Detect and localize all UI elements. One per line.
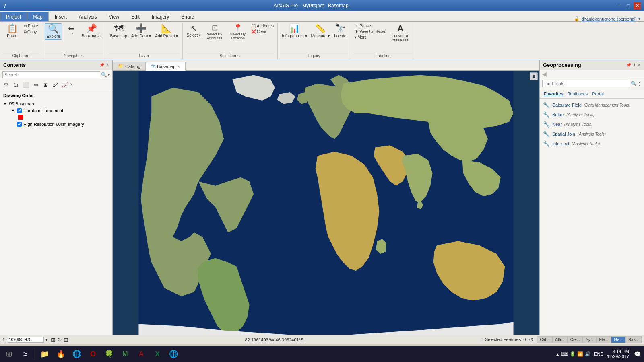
navigate-expand-icon[interactable]: ↘ [81,54,84,58]
app7-button[interactable]: A [134,347,149,361]
convert-annotation-button[interactable]: A Convert ToAnnotation [388,23,413,43]
geo-back-button[interactable]: ◀ [542,71,547,77]
tab-view[interactable]: View [103,12,125,21]
tab-map[interactable]: Map [27,12,48,21]
basemap-expand-icon[interactable]: ▼ [3,102,7,106]
tab-imagery[interactable]: Imagery [146,12,175,21]
minimize-button[interactable]: ─ [616,2,623,9]
select-button[interactable]: ↖ Select ▾ [185,23,203,38]
taskbar-keyboard-icon[interactable]: ⌨ [561,351,568,357]
help-button[interactable]: ? [3,3,6,9]
geo-search-icon[interactable]: 🔍 [631,81,637,86]
harutomi-checkbox[interactable] [17,108,22,113]
contents-search-input[interactable] [2,71,100,78]
panel-tab-create[interactable]: Cre... [568,336,583,343]
feature-layer-icon[interactable]: ⬜ [21,81,31,89]
map-canvas[interactable]: ≡ [113,71,539,335]
harutomi-swatch[interactable] [18,115,23,120]
contents-close-icon[interactable]: ✕ [106,63,109,67]
catalog-tab[interactable]: 📁 Catalog [113,62,146,70]
nav-arrows-button[interactable]: ⬅↩ [63,23,79,37]
taskbar-clock[interactable]: 3:14 PM 12/29/2017 [607,349,629,359]
panel-tab-geoprocessing[interactable]: Ge... [611,336,625,343]
geo-pin-icon[interactable]: 📌 [626,63,631,67]
app5-button[interactable]: 🍀 [102,347,116,361]
list-item[interactable]: 🔧 Buffer (Analysis Tools) [542,110,642,119]
paste-button[interactable]: 📋 Paste [2,23,22,39]
list-item[interactable]: 🔧 Intersect (Analysis Tools) [542,139,642,148]
map-table-icon[interactable]: ⊟ [64,337,68,343]
geo-close-icon[interactable]: ✕ [638,63,641,67]
chrome-button[interactable]: 🌐 [70,347,84,361]
restore-button[interactable]: □ [625,2,632,9]
select-by-attributes-button[interactable]: ⊡ Select ByAttributes [203,23,226,41]
panel-tab-symbology[interactable]: Sy... [583,336,596,343]
tab-project[interactable]: Project [0,12,27,21]
scale-dropdown-icon[interactable]: ▾ [45,337,47,342]
map-refresh-icon[interactable]: ↻ [57,337,62,343]
harutomi-expand-icon[interactable]: ▼ [11,109,15,113]
basemap-button[interactable]: 🗺 Basemap [109,23,129,39]
explore-button[interactable]: 🔍 Explore [45,23,62,40]
start-button[interactable]: ⊞ [2,347,16,361]
geo-search-input[interactable] [542,80,630,87]
tab-analysis[interactable]: Analysis [73,12,103,21]
locate-button[interactable]: 🔭 Locate [332,23,348,39]
scale-input[interactable] [8,337,44,343]
taskbar-arrow-icon[interactable]: ▲ [555,352,559,356]
geo-search-options-icon[interactable]: ⋮ [638,82,642,86]
opera-button[interactable]: O [86,347,100,361]
infographics-button[interactable]: 📊 Infographics ▾ [280,23,308,39]
view-unplaced-button[interactable]: 👁 View Unplaced [353,29,388,34]
annotation-icon[interactable]: 🖊 [51,81,60,89]
imagery-checkbox[interactable] [17,122,22,127]
group-layer-icon[interactable]: 🗂 [11,81,20,89]
tab-edit[interactable]: Edit [125,12,146,21]
clear-button[interactable]: ❌ Clear [250,29,275,34]
file-explorer-button[interactable]: 📁 [37,347,52,361]
basemap-tab-close-button[interactable]: ✕ [177,64,180,69]
pause-button[interactable]: ⏸ Pause [353,23,388,29]
selection-expand-icon[interactable]: ↘ [237,54,240,58]
bookmarks-button[interactable]: 📌 Bookmarks [80,23,103,39]
account-user[interactable]: dhaniekonugroho (personal) [581,16,637,21]
close-button[interactable]: ✕ [634,2,641,9]
basemap-tab[interactable]: 🗺 Basemap ✕ [146,62,186,71]
add-preset-button[interactable]: 📐 Add Preset ▾ [153,23,180,39]
panel-tab-raster[interactable]: Ras... [625,336,642,343]
more-button[interactable]: ▾ More [353,35,388,40]
list-item[interactable]: 🔧 Calculate Field (Data Management Tools… [542,100,642,110]
tab-insert[interactable]: Insert [49,12,73,21]
filter-button[interactable]: ▽ [2,81,10,89]
taskbar-battery-icon[interactable]: 🔋 [570,351,576,357]
taskbar-speaker-icon[interactable]: 🔊 [585,351,591,357]
list-item[interactable]: 🔧 Spatial Join (Analysis Tools) [542,129,642,139]
geo-tab-portal[interactable]: Portal [590,91,605,97]
geo-tab-favorites[interactable]: Favorites [542,91,565,97]
app6-button[interactable]: M [118,347,132,361]
map-scroll-button[interactable]: ≡ [530,72,538,80]
select-by-location-button[interactable]: 📍 Select ByLocation [227,23,249,41]
table-icon[interactable]: ⊞ [42,81,50,89]
refresh-map-icon[interactable]: ↺ [529,337,534,343]
list-item[interactable]: 🔧 Near (Analysis Tools) [542,119,642,129]
geo-float-icon[interactable]: ⬆ [633,63,636,67]
account-dropdown-icon[interactable]: ▾ [638,16,641,21]
copy-button[interactable]: ⧉ Copy [23,29,39,35]
attributes-button[interactable]: 📋 Attributes [250,23,275,29]
contents-pin-icon[interactable]: 📌 [99,63,104,67]
panel-tab-attributes[interactable]: Attr... [552,336,567,343]
contents-search-options-icon[interactable]: ▾ [108,73,110,77]
app8-button[interactable]: X [150,347,165,361]
firefox-button[interactable]: 🔥 [54,347,68,361]
cut-button[interactable]: ✂ Paste [23,23,39,29]
panel-tab-elements[interactable]: Ele... [596,336,611,343]
measure-button[interactable]: 📏 Measure ▾ [310,23,332,39]
taskbar-wifi-icon[interactable]: 📶 [577,351,583,357]
panel-tab-catalog[interactable]: Cat... [537,336,552,343]
tab-share[interactable]: Share [175,12,200,21]
map-grid-icon[interactable]: ⊞ [51,337,56,343]
arcgis-button[interactable]: 🌐 [166,347,181,361]
task-view-button[interactable]: 🗂 [18,347,32,361]
expand-icon[interactable]: ^ [70,82,72,88]
